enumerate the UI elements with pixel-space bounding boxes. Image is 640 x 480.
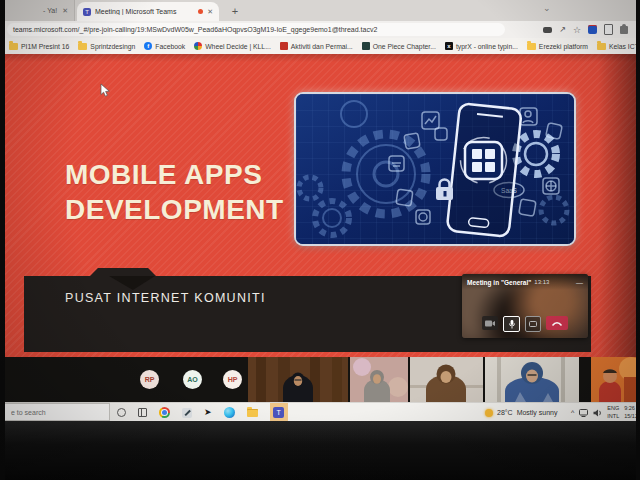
slide-band-notch — [90, 268, 156, 276]
bookmark-aktiviti[interactable]: Aktiviti dan Permai... — [280, 42, 353, 50]
snip-pen-icon[interactable] — [182, 408, 192, 418]
clipboard-extension-icon[interactable] — [604, 24, 613, 35]
participant-video[interactable] — [485, 357, 579, 402]
teams-icon: T — [273, 407, 284, 418]
blueprint-phone-image: SaaS — [294, 92, 576, 246]
laptop-photo: - Ya! ✕ T Meeting | Microsoft Teams ✕ + … — [0, 0, 640, 480]
search-input[interactable] — [5, 403, 110, 421]
url-input[interactable]: teams.microsoft.com/_#/pre-join-calling/… — [7, 23, 505, 36]
site-icon — [280, 42, 288, 50]
bookmark-facebook[interactable]: fFacebook — [144, 42, 185, 50]
tab-alert-dot-icon — [198, 9, 203, 14]
weather-widget[interactable]: 28°C Mostly sunny — [485, 403, 558, 421]
bookmark-star-icon[interactable]: ☆ — [573, 25, 581, 35]
pip-controls — [462, 316, 588, 332]
participant-avatar-ao[interactable]: AO — [183, 370, 202, 389]
weather-condition: Mostly sunny — [517, 409, 558, 416]
tray-chevron-icon[interactable]: ^ — [571, 409, 574, 416]
windows-tile-icon — [461, 138, 507, 184]
meeting-pip-window[interactable]: Meeting in "General" 13:13 — — [462, 274, 588, 338]
tab-active-close-icon[interactable]: ✕ — [207, 8, 213, 16]
bookmark-pi1m[interactable]: PI1M Presint 16 — [9, 43, 69, 50]
typx-icon: x — [445, 42, 453, 50]
browser-tab-bar: - Ya! ✕ T Meeting | Microsoft Teams ✕ + … — [5, 0, 636, 21]
windows-taskbar: ➤ T 28°C Mostly sunny ^ ENG INTL — [5, 402, 636, 421]
bookmark-wheel-decide[interactable]: Wheel Decide | KLL... — [194, 42, 271, 50]
file-explorer-icon[interactable] — [247, 409, 258, 417]
teams-favicon-icon: T — [83, 8, 91, 16]
clock[interactable]: 9:26 A 15/12/ — [624, 405, 636, 420]
address-bar-icons: ↗ ☆ — [543, 23, 628, 36]
share-icon[interactable]: ↗ — [559, 25, 566, 34]
pip-minimize-icon[interactable]: — — [576, 279, 583, 286]
bookmark-erezeki[interactable]: Erezeki platform — [527, 43, 588, 50]
new-tab-button[interactable]: + — [227, 3, 243, 19]
tab-active-meeting[interactable]: T Meeting | Microsoft Teams ✕ — [77, 2, 219, 21]
mail-arrow-icon[interactable]: ➤ — [204, 408, 212, 417]
participant-video[interactable] — [410, 357, 483, 402]
edge-icon[interactable] — [224, 407, 235, 418]
extension-badge-icon[interactable] — [588, 25, 597, 34]
participant-video[interactable] — [350, 357, 408, 402]
laptop-bezel-left — [0, 0, 5, 480]
tab-active-title: Meeting | Microsoft Teams — [95, 8, 194, 15]
wheel-icon — [194, 42, 202, 50]
folder-icon — [9, 43, 18, 50]
facebook-icon: f — [144, 42, 152, 50]
laptop-bezel-right — [636, 0, 640, 480]
mouse-cursor — [100, 83, 110, 98]
participant-video[interactable] — [591, 357, 640, 402]
weather-temp: 28°C — [497, 409, 513, 416]
participant-avatar-hp[interactable]: HP — [223, 370, 242, 389]
pip-header: Meeting in "General" 13:13 — — [462, 274, 588, 290]
participant-strip: RP AO HP — [0, 357, 640, 402]
address-bar: teams.microsoft.com/_#/pre-join-calling/… — [5, 21, 636, 39]
tab-background-title: - Ya! — [43, 7, 57, 14]
bookmark-one-piece[interactable]: One Piece Chapter... — [362, 42, 436, 50]
tray-time: 9:26 A — [624, 405, 636, 412]
tab-background[interactable]: - Ya! ✕ — [5, 0, 75, 21]
pip-meeting-title: Meeting in "General" — [467, 279, 531, 286]
sun-icon — [485, 409, 493, 417]
volume-icon[interactable] — [593, 409, 602, 417]
pip-timer: 13:13 — [534, 279, 549, 285]
bookmark-kelas-ict[interactable]: Kelas ICT — [597, 43, 636, 50]
site-icon — [362, 42, 370, 50]
tray-date: 15/12/ — [624, 413, 636, 420]
folder-icon — [597, 43, 606, 50]
taskbar-icons: ➤ T — [117, 403, 288, 421]
bookmark-typrx[interactable]: xtyprX - online typin... — [445, 42, 518, 50]
slide-subtitle: PUSAT INTERNET KOMUNITI — [65, 291, 266, 305]
slide-title: MOBILE APPS DEVELOPMENT — [65, 158, 284, 227]
folder-icon — [78, 43, 87, 50]
hangup-button[interactable] — [546, 316, 568, 330]
system-tray: ^ ENG INTL 9:26 A 15/12/ — [571, 403, 636, 421]
display-icon[interactable] — [579, 409, 588, 417]
cortana-icon[interactable] — [117, 408, 126, 417]
participant-avatar-rp[interactable]: RP — [140, 370, 159, 389]
bookmark-sprintzdesingn[interactable]: Sprintzdesingn — [78, 43, 135, 50]
teams-taskbar-highlight[interactable]: T — [270, 403, 288, 421]
bookmarks-bar: PI1M Presint 16 Sprintzdesingn fFacebook… — [5, 38, 636, 54]
task-view-icon[interactable] — [138, 408, 147, 417]
camera-toggle-button[interactable] — [482, 316, 498, 330]
laptop-bezel: hp — [0, 421, 640, 480]
screen-share-button[interactable] — [525, 316, 541, 332]
tab-close-icon[interactable]: ✕ — [62, 7, 68, 15]
mic-toggle-button[interactable] — [503, 316, 520, 332]
tab-list-chevron-icon[interactable]: ⌄ — [543, 3, 551, 13]
language-indicator[interactable]: ENG INTL — [607, 405, 619, 420]
media-control-icon[interactable] — [543, 27, 552, 33]
participant-video[interactable] — [248, 357, 348, 402]
extensions-puzzle-icon[interactable] — [620, 26, 628, 34]
chrome-icon[interactable] — [159, 407, 170, 418]
presentation-slide: MOBILE APPS DEVELOPMENT — [5, 54, 636, 357]
folder-icon — [527, 43, 536, 50]
